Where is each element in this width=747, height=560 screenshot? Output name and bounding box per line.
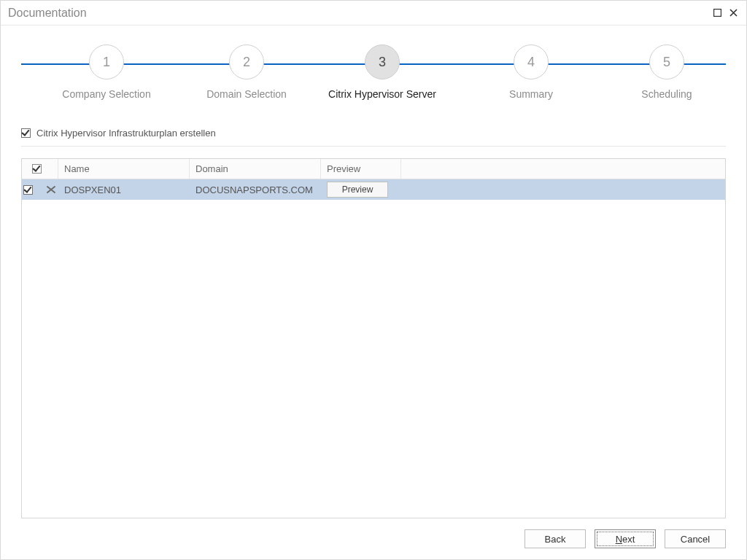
step-number: 2	[229, 44, 264, 79]
step-label: Company Selection	[37, 88, 176, 100]
header-domain[interactable]: Domain	[190, 159, 321, 179]
step-label: Domain Selection	[177, 88, 316, 100]
maximize-icon[interactable]	[711, 7, 723, 19]
step-label: Scheduling	[597, 88, 736, 100]
title-bar: Documentation	[1, 1, 746, 26]
step-label: Summary	[462, 88, 600, 100]
close-icon[interactable]	[727, 7, 739, 19]
wizard-stepper: 1 Company Selection 2 Domain Selection 3…	[21, 44, 726, 125]
step-label: Citrix Hypervisor Server	[313, 88, 452, 100]
back-button[interactable]: Back	[525, 529, 586, 548]
cancel-button[interactable]: Cancel	[665, 529, 726, 548]
preview-button[interactable]: Preview	[327, 182, 388, 198]
step-number: 4	[514, 44, 549, 79]
create-plan-label: Citrix Hypervisor Infrastrukturplan erst…	[36, 128, 216, 139]
select-all-checkbox[interactable]	[32, 164, 42, 174]
content-area: 1 Company Selection 2 Domain Selection 3…	[1, 26, 746, 518]
table-row[interactable]: DOSPXEN01 DOCUSNAPSPORTS.COM Preview	[22, 179, 725, 200]
row-checkbox[interactable]	[23, 185, 33, 195]
step-domain-selection[interactable]: 2 Domain Selection	[177, 44, 316, 100]
header-fill	[401, 159, 725, 179]
row-checkbox-cell[interactable]	[22, 179, 58, 200]
step-number: 1	[89, 44, 124, 79]
svg-rect-0	[713, 9, 721, 17]
table-header: Name Domain Preview	[22, 159, 725, 179]
option-row: Citrix Hypervisor Infrastrukturplan erst…	[21, 128, 726, 147]
server-icon	[46, 184, 56, 195]
step-company-selection[interactable]: 1 Company Selection	[37, 44, 176, 100]
step-summary[interactable]: 4 Summary	[462, 44, 600, 100]
dialog-window: Documentation 1 Company Selection 2 Doma…	[0, 0, 747, 560]
next-button[interactable]: Next	[595, 529, 656, 548]
row-name: DOSPXEN01	[58, 179, 190, 200]
row-fill	[401, 179, 725, 200]
server-table: Name Domain Preview DOSPXEN01	[21, 158, 726, 518]
header-checkbox-cell[interactable]	[22, 159, 58, 179]
header-preview[interactable]: Preview	[321, 159, 401, 179]
step-number: 3	[365, 44, 400, 79]
window-title: Documentation	[8, 7, 707, 20]
create-plan-checkbox[interactable]	[21, 128, 31, 138]
row-preview-cell: Preview	[321, 179, 401, 200]
step-number: 5	[649, 44, 684, 79]
row-domain: DOCUSNAPSPORTS.COM	[190, 179, 321, 200]
header-name[interactable]: Name	[58, 159, 190, 179]
table-body: DOSPXEN01 DOCUSNAPSPORTS.COM Preview	[22, 179, 725, 518]
step-citrix-hypervisor-server[interactable]: 3 Citrix Hypervisor Server	[313, 44, 452, 100]
step-scheduling[interactable]: 5 Scheduling	[597, 44, 736, 100]
dialog-footer: Back Next Cancel	[1, 518, 746, 559]
